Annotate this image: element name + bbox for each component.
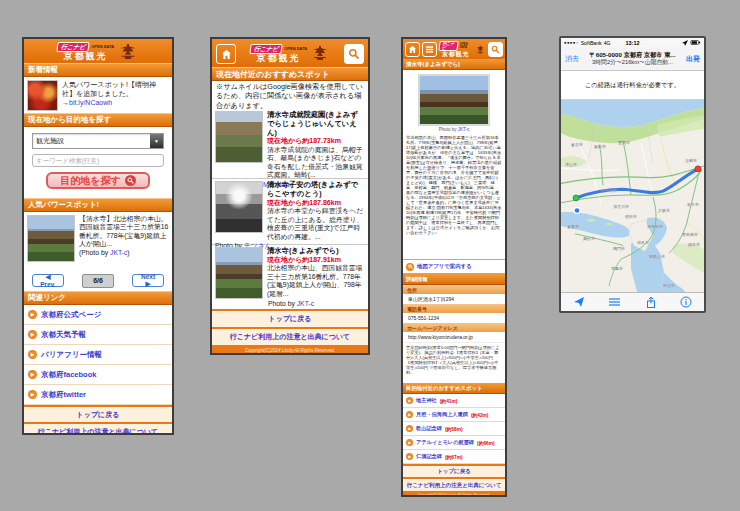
spot-thumbnail [215,247,263,299]
spot-title: 清水寺成就院庭園(きよみずでらじょうじゅいんていえん) [267,111,365,137]
nearby-spot-aterui[interactable]: ▶アテルイとモレの慰霊碑(約66m) [403,436,505,450]
search-button[interactable] [488,42,503,57]
back-to-top-link[interactable]: トップに戻る [212,309,368,327]
nearby-distance: (約67m) [445,454,463,460]
logo-title: 京都観光 [63,52,107,61]
spot-photo [418,74,490,126]
power-spot-text: 【清水寺】北法相宗の本山。西国観音霊場三十三カ所第16番札所。778年(宝亀9)… [79,215,169,267]
detail-label-phone: 電話番号 [403,304,505,313]
nearby-distance: (約42m) [471,412,489,418]
photo-credit-prefix: Photo by [268,300,297,307]
list-button[interactable] [422,42,437,57]
link-kyoto-weather[interactable]: ▶京都天気予報 [24,325,172,345]
spot-description: 北法相宗の本山、西国観音霊場三十三カ所第16番札所。778年(宝亀9)延鎮上人が… [267,264,365,298]
nearby-name: アテルイとモレの慰霊碑 [416,439,474,446]
home-icon [408,45,417,54]
hours-and-fees-note: 営業開始時刻(通常6:00開門〜閉門時刻は季節により変更)。施設の利用料金:【通… [403,342,505,383]
photo-credit-link[interactable]: JKT-c [297,300,314,307]
nearby-name: 地主神社 [416,397,437,404]
list-icon[interactable] [608,296,621,308]
app-logo: 行こナビ OPEN DATA 京都観光 [439,41,486,57]
app-header: 行こナビ OPEN DATA 京都観光 [403,39,505,59]
nearby-spot-gessho[interactable]: ▶月照・信海両上人遺蹟(約42m) [403,408,505,422]
photo-credit-link[interactable]: JKT-c [110,249,127,256]
home-button[interactable] [216,44,236,64]
spot-item-koyasunotou[interactable]: 清水寺子安の塔(きよみずでらこやすのとう) 現在地から約187.86km 清水寺… [212,179,368,245]
find-destination-button[interactable]: 目的地を探す [46,172,150,189]
link-kyoto-official[interactable]: ▶京都府公式ページ [24,305,172,325]
arrow-circle-icon: ▶ [406,453,413,460]
section-news-header: 新着情報 [24,63,172,77]
route-header: 消去 〒605-0000 京都府 京都市 東... 3時間2分〜216km〜山陽… [561,47,704,71]
map-label: 大阪市 [658,208,670,213]
usage-notes-link[interactable]: 行こナビ利用上の注意と出典について [212,327,368,345]
category-select[interactable]: 観光施設 ▼ [32,133,164,149]
detail-info-header: 詳細情報 [403,274,505,285]
open-map-app-link[interactable]: 地図アプリで案内する [403,259,505,274]
usage-notes-link[interactable]: 行こナビ利用上の注意と出典について [403,477,505,491]
section-links-header: 関連リンク [24,291,172,305]
spot-item-joujuin[interactable]: 清水寺成就院庭園(きよみずでらじょうじゅいんていえん) 現在地から約187.73… [212,109,368,179]
power-spot-item[interactable]: 【清水寺】北法相宗の本山。西国観音霊場三十三カ所第16番札所。778年(宝亀9)… [24,212,172,270]
keyword-input[interactable] [32,154,164,167]
navigation-arrow-icon[interactable] [573,296,585,308]
detail-value-website[interactable]: http://www.kiyomizudera.or.jp [403,332,505,342]
home-button[interactable] [405,42,420,57]
detail-value-phone[interactable]: 075-551-1234 [403,313,505,323]
map-label: 高松市 [583,236,595,241]
map-label: 加古川市 [613,204,629,209]
map-label: 岸和田市 [647,224,663,229]
logo-badge: 行こナビ [56,42,90,52]
back-to-top-link[interactable]: トップに戻る [24,405,172,422]
nearby-spot-jishu[interactable]: ▶地主神社(約41m) [403,394,505,408]
photo-credit-suffix: ) [127,249,129,256]
search-icon [348,48,360,60]
screen-nearby-spots: 行こナビ OPEN DATA 京都観光 現在地付近のおすすめスポット ※サムネイ… [210,37,370,355]
nearby-spot-ninsei[interactable]: ▶仁清記念碑(約67m) [403,450,505,464]
spot-title-bar: 清水寺(きよみずでら) [403,59,505,70]
map-view[interactable]: 倉吉市 鳥取市 豊岡市 津山市 京都市 枚方市 たつの市 加古川市 明石市 大阪… [561,100,704,292]
section-title: 現在地付近のおすすめスポット [212,67,368,81]
info-icon[interactable] [680,296,692,308]
category-select-value: 観光施設 [36,136,64,146]
news-text: 人気パワースポット!【晴明神社】を追加しました。→bit.ly/NCaowh [62,80,169,110]
map-label: 田辺市 [663,283,675,288]
news-item[interactable]: 人気パワースポット!【晴明神社】を追加しました。→bit.ly/NCaowh [24,77,172,113]
back-to-top-link[interactable]: トップに戻る [403,464,505,477]
share-icon[interactable] [645,296,657,309]
link-label: 京都府twitter [41,390,86,400]
map-label: 津山市 [565,162,577,167]
nearby-spot-kenzan[interactable]: ▶乾山記念碑(約58m) [403,422,505,436]
power-spot-desc: 【清水寺】北法相宗の本山。西国観音霊場三十三カ所第16番札所。778年(宝亀9)… [79,215,168,247]
chevron-down-icon[interactable]: ▼ [150,134,163,148]
pagoda-icon [310,46,330,60]
search-button[interactable] [344,44,364,64]
status-bar: ●●●●○ SoftBank 4G 13:12 [561,38,704,47]
logo-title: 京都観光 [442,51,470,57]
map-label: 洲本市 [637,240,649,245]
next-button[interactable]: Next ▶ [132,274,164,287]
map-label: 鳥取市 [594,144,606,149]
prev-button[interactable]: ◀ Prev. [32,274,64,287]
photo-credit-prefix: Photo by [439,127,458,132]
search-icon [406,263,414,271]
copyright-bar: Copyright(C)2014 Litcity All Rights Rese… [403,491,505,497]
map-label: 枚方市 [687,202,699,207]
clear-button[interactable]: 消去 [565,54,579,64]
usage-notes-link[interactable]: 行こナビ利用上の注意と出典について [24,422,172,435]
start-pin [573,195,579,201]
news-link[interactable]: bit.ly/NCaowh [69,99,112,106]
app-logo: 行こナビ OPEN DATA 京都観光 [57,42,139,61]
detail-label-website: ホームページアドレス [403,323,505,332]
link-kyoto-twitter[interactable]: ▶京都府twitter [24,385,172,405]
photo-credit-link[interactable]: JKT-c [458,127,470,132]
spot-item-kiyomizudera[interactable]: 清水寺(きよみずでら) 現在地から約187.91km 北法相宗の本山、西国観音霊… [212,245,368,309]
app-header: 行こナビ OPEN DATA 京都観光 [212,39,368,67]
depart-button[interactable]: 出発 [686,54,700,64]
link-barrier-free[interactable]: ▶バリアフリー情報 [24,345,172,365]
spot-description: 北法相宗の本山、西国観音霊場三十三カ所第16番札所。778年(宝亀9)延鎮上人が… [403,133,505,259]
link-kyoto-facebook[interactable]: ▶京都府facebook [24,365,172,385]
current-location-dot [574,208,580,214]
spot-description: 清水寺成就院の庭園は、烏帽子石、籬島(まがきじま)石などの奇石を配した借景式・池… [267,146,365,180]
end-pin [695,166,701,172]
